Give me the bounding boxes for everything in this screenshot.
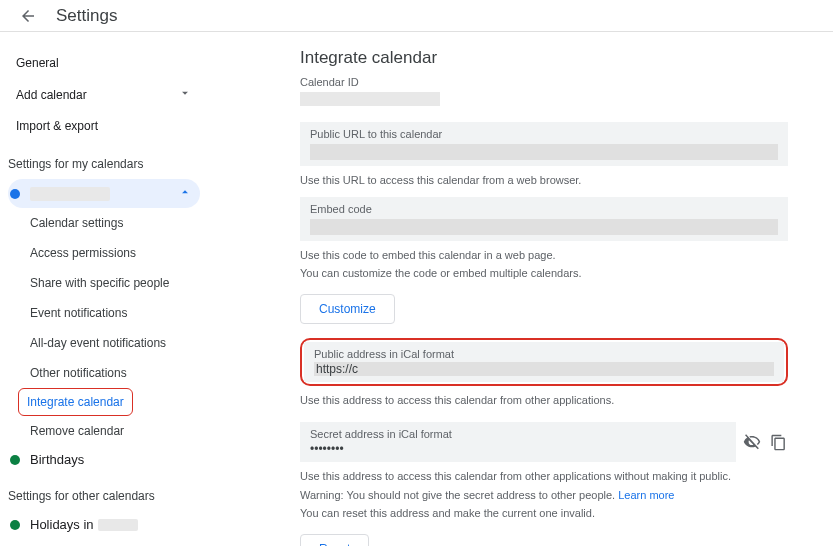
copy-icon[interactable]	[768, 432, 788, 452]
public-url-label: Public URL to this calendar	[310, 128, 778, 140]
ical-public-value: https://c	[314, 362, 774, 376]
section-other-calendars: Settings for other calendars	[8, 473, 200, 511]
learn-more-link[interactable]: Learn more	[618, 489, 674, 501]
calendar-name-redacted	[30, 187, 110, 201]
ical-secret-label: Secret address in iCal format	[310, 428, 726, 440]
integrate-title: Integrate calendar	[300, 48, 788, 68]
ical-secret-help-2: Warning: You should not give the secret …	[300, 487, 788, 504]
sidebar: General Add calendar Import & export Set…	[0, 32, 200, 546]
calendar-dot-icon	[10, 455, 20, 465]
embed-code-value	[310, 219, 778, 235]
public-url-value	[310, 144, 778, 160]
embed-code-label: Embed code	[310, 203, 778, 215]
ical-secret-help-1: Use this address to access this calendar…	[300, 468, 788, 485]
main-content: Integrate calendar Calendar ID Public UR…	[200, 32, 820, 546]
nav-add-calendar-label: Add calendar	[16, 88, 87, 102]
ical-secret-help-3: You can reset this address and make the …	[300, 505, 788, 522]
ical-public-label: Public address in iCal format	[314, 348, 774, 360]
sub-access-permissions[interactable]: Access permissions	[20, 238, 200, 268]
reset-button[interactable]: Reset	[300, 534, 369, 547]
ical-secret-value: ••••••••	[310, 442, 726, 456]
calendar-dot-icon	[10, 189, 20, 199]
sub-share[interactable]: Share with specific people	[20, 268, 200, 298]
sub-calendar-settings[interactable]: Calendar settings	[20, 208, 200, 238]
embed-code-field[interactable]: Embed code	[300, 197, 788, 241]
nav-import-export[interactable]: Import & export	[8, 111, 200, 141]
nav-add-calendar[interactable]: Add calendar	[8, 78, 200, 111]
calendar-dot-icon	[10, 520, 20, 530]
calendar-row-birthdays[interactable]: Birthdays	[8, 446, 200, 473]
ical-public-highlighted: Public address in iCal format https://c	[300, 338, 788, 386]
sub-allday-notifications[interactable]: All-day event notifications	[20, 328, 200, 358]
calendar-holidays-region-redacted	[98, 519, 138, 531]
ical-secret-field[interactable]: Secret address in iCal format ••••••••	[300, 422, 736, 462]
sub-other-notifications[interactable]: Other notifications	[20, 358, 200, 388]
calendar-id-label: Calendar ID	[300, 76, 788, 88]
section-my-calendars: Settings for my calendars	[8, 141, 200, 179]
embed-help-1: Use this code to embed this calendar in …	[300, 247, 788, 264]
calendar-row-primary[interactable]	[8, 179, 200, 208]
calendar-holidays-label: Holidays in	[30, 517, 94, 532]
page-title: Settings	[56, 6, 117, 26]
calendar-id-value	[300, 92, 440, 106]
sub-remove-calendar[interactable]: Remove calendar	[20, 416, 200, 446]
calendar-sub-items: Calendar settings Access permissions Sha…	[20, 208, 200, 446]
calendar-row-holidays[interactable]: Holidays in	[8, 511, 200, 538]
visibility-off-icon[interactable]	[742, 432, 762, 452]
ical-secret-warning: Warning: You should not give the secret …	[300, 489, 618, 501]
chevron-down-icon	[178, 86, 192, 103]
customize-button[interactable]: Customize	[300, 294, 395, 324]
sub-event-notifications[interactable]: Event notifications	[20, 298, 200, 328]
sub-integrate-calendar[interactable]: Integrate calendar	[18, 388, 133, 416]
public-url-help: Use this URL to access this calendar fro…	[300, 172, 788, 189]
back-button[interactable]	[16, 4, 40, 28]
ical-public-field[interactable]: Public address in iCal format https://c	[304, 342, 784, 382]
chevron-up-icon	[178, 185, 192, 202]
calendar-birthdays-label: Birthdays	[30, 452, 84, 467]
public-url-field[interactable]: Public URL to this calendar	[300, 122, 788, 166]
nav-general[interactable]: General	[8, 48, 200, 78]
embed-help-2: You can customize the code or embed mult…	[300, 265, 788, 282]
ical-public-help: Use this address to access this calendar…	[300, 392, 788, 409]
